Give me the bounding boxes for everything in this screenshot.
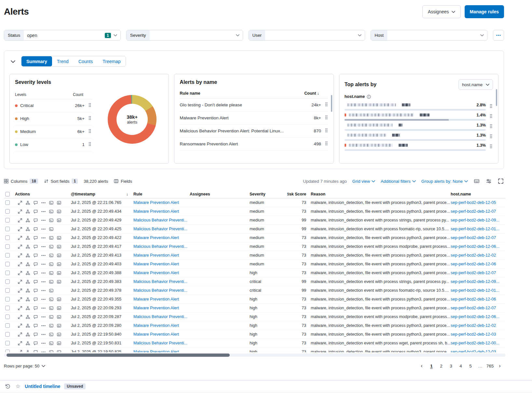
row-checkbox[interactable] [5, 306, 10, 310]
page-button[interactable]: 5 [466, 362, 475, 370]
page-button[interactable]: 3 [447, 362, 455, 370]
analyzer-graph-icon[interactable] [57, 314, 61, 319]
row-checkbox[interactable] [5, 209, 10, 214]
analyze-event-icon[interactable] [25, 253, 30, 258]
timeline-title-link[interactable]: Untitled timeline [25, 384, 60, 389]
analyze-event-icon[interactable] [25, 306, 30, 311]
session-view-icon[interactable] [49, 279, 54, 284]
session-view-icon[interactable] [49, 200, 54, 205]
comment-icon[interactable] [33, 288, 38, 293]
analyze-event-icon[interactable] [25, 288, 30, 293]
alert-rule-link[interactable]: Malware Prevention Alert [133, 323, 179, 328]
scrollbar-thumb[interactable] [496, 89, 497, 106]
more-actions-icon[interactable] [41, 263, 46, 265]
more-actions-icon[interactable] [324, 101, 328, 108]
expand-alert-icon[interactable] [18, 279, 22, 284]
row-checkbox[interactable] [5, 288, 10, 293]
columns-button[interactable]: Columns 18 [4, 179, 38, 184]
horizontal-scrollbar[interactable] [4, 354, 505, 357]
row-checkbox[interactable] [5, 314, 10, 319]
analyze-event-icon[interactable] [25, 297, 30, 302]
col-header-assignees[interactable]: Assignees [190, 192, 250, 196]
row-checkbox[interactable] [5, 218, 10, 222]
comment-icon[interactable] [33, 306, 38, 311]
row-checkbox[interactable] [5, 279, 10, 284]
alert-rule-link[interactable]: Malware Prevention Alert [133, 200, 179, 205]
analyze-event-icon[interactable] [25, 218, 30, 223]
more-actions-icon[interactable] [41, 272, 46, 274]
comment-icon[interactable] [33, 209, 38, 214]
chart-view-tab[interactable]: Trend [52, 56, 74, 66]
expand-alert-icon[interactable] [18, 235, 22, 240]
alert-host-link[interactable]: sep-perf-bcd2-deb-12-07 [451, 235, 496, 240]
analyzer-graph-icon[interactable] [57, 297, 61, 302]
more-filters-icon[interactable] [493, 30, 504, 41]
row-checkbox[interactable] [5, 227, 10, 231]
page-button[interactable]: 1 [427, 362, 436, 370]
session-view-icon[interactable] [49, 244, 54, 249]
comment-icon[interactable] [33, 271, 38, 275]
more-actions-icon[interactable] [324, 140, 328, 147]
alert-host-link[interactable]: sep-perf-bcd2-deb-12-09... [451, 279, 499, 284]
expand-alert-icon[interactable] [18, 271, 22, 275]
comment-icon[interactable] [33, 253, 38, 258]
page-button[interactable]: › [496, 362, 504, 370]
session-view-icon[interactable] [49, 306, 54, 311]
sort-fields-button[interactable]: Sort fields 1 [44, 179, 78, 184]
row-checkbox[interactable] [5, 350, 10, 352]
comment-icon[interactable] [33, 200, 38, 205]
session-view-icon[interactable] [49, 288, 54, 293]
expand-alert-icon[interactable] [18, 218, 22, 223]
alert-rule-link[interactable]: Malware Prevention Alert [133, 253, 179, 258]
comment-icon[interactable] [33, 235, 38, 240]
alert-rule-link[interactable]: Malware Prevention Alert [133, 209, 179, 214]
row-checkbox[interactable] [5, 244, 10, 249]
analyzer-graph-icon[interactable] [57, 341, 61, 346]
alert-host-link[interactable]: sep-perf-bcd2-deb-12-02 [451, 253, 496, 258]
expand-alert-icon[interactable] [18, 350, 22, 353]
expand-alert-icon[interactable] [18, 262, 22, 267]
alert-rule-link[interactable]: Malicious Behavior Preventi... [133, 314, 187, 319]
alert-host-link[interactable]: sep-perf-bcd2-deb-12-03 [451, 350, 496, 352]
additional-filters-button[interactable]: Additional filters [381, 179, 416, 184]
filter-dropdown[interactable]: Status open 1 [4, 30, 121, 41]
analyze-event-icon[interactable] [25, 235, 30, 240]
col-header-severity[interactable]: Severity [250, 192, 287, 196]
expand-alert-icon[interactable] [18, 297, 22, 302]
analyze-event-icon[interactable] [25, 244, 30, 249]
alert-host-link[interactable]: sep-perf-bcd2-deb-12-07 [451, 209, 496, 214]
col-header-risk-score[interactable]: Risk Score [287, 192, 311, 196]
alert-rule-link[interactable]: Malware Prevention Alert [133, 297, 179, 301]
session-view-icon[interactable] [49, 297, 54, 302]
comment-icon[interactable] [33, 323, 38, 328]
comment-icon[interactable] [33, 227, 38, 232]
col-header-timestamp[interactable]: @timestamp ↓ [71, 192, 133, 196]
alert-rule-link[interactable]: Malicious Behavior Preventi... [133, 227, 187, 231]
comment-icon[interactable] [33, 314, 38, 319]
alert-host-link[interactable]: sep-perf-bcd2-deb-12-07 [451, 306, 496, 310]
row-checkbox[interactable] [5, 297, 10, 301]
comment-icon[interactable] [33, 244, 38, 249]
timeline-icon[interactable] [5, 383, 11, 390]
alert-host-link[interactable]: sep-perf-bcd2-deb-12-01... [451, 227, 499, 231]
alert-rule-link[interactable]: Malware Prevention Alert [133, 262, 179, 266]
alert-rule-link[interactable]: Malware Prevention Alert [133, 306, 179, 310]
page-button[interactable]: 2 [437, 362, 445, 370]
row-checkbox[interactable] [5, 262, 10, 266]
more-actions-icon[interactable] [489, 133, 493, 140]
analyzer-graph-icon[interactable] [57, 218, 61, 223]
alert-host-link[interactable]: sep-perf-bcd2-deb-12-07 [451, 271, 496, 275]
more-actions-icon[interactable] [41, 219, 46, 221]
analyze-event-icon[interactable] [25, 350, 30, 353]
alert-host-link[interactable]: sep-perf-bcd2-deb-12-06 [451, 297, 496, 301]
page-button[interactable]: 765 [486, 362, 494, 370]
expand-alert-icon[interactable] [18, 209, 22, 214]
more-actions-icon[interactable] [41, 342, 46, 344]
keyboard-shortcuts-icon[interactable] [473, 178, 480, 184]
manage-rules-button[interactable]: Manage rules [465, 5, 504, 18]
session-view-icon[interactable] [49, 323, 54, 328]
sort-desc-icon[interactable]: ↓ [317, 91, 319, 96]
collapse-charts-button[interactable] [9, 58, 17, 65]
display-options-icon[interactable] [485, 178, 492, 184]
more-actions-icon[interactable] [41, 210, 46, 213]
